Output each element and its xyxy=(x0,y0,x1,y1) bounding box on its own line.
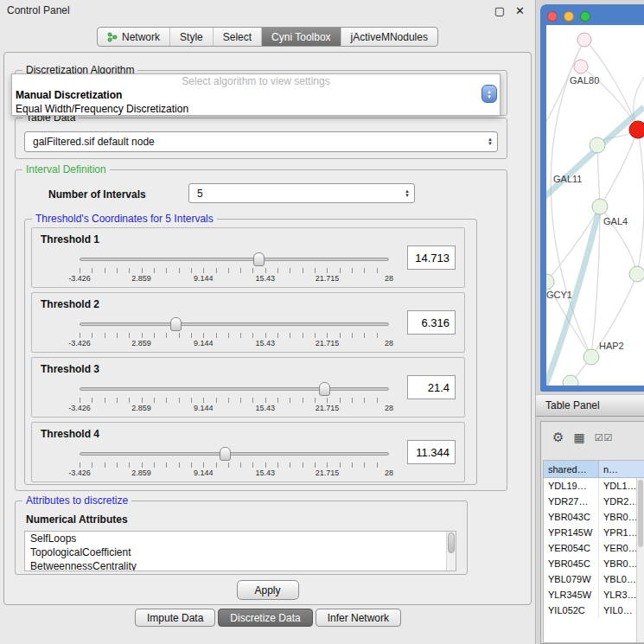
tab-jactivemnodules-label: jActiveMNodules xyxy=(351,31,428,43)
threshold-4-slider[interactable] xyxy=(80,447,389,461)
network-node-label: HAP2 xyxy=(599,341,624,351)
threshold-2-slider-thumb[interactable] xyxy=(170,317,182,331)
tab-network-label: Network xyxy=(122,31,160,43)
table-toolbar: ⚙ ▦ ☑☑ xyxy=(541,422,644,453)
threshold-3-label: Threshold 3 xyxy=(41,363,99,375)
gear-icon[interactable]: ⚙ xyxy=(552,430,564,445)
threshold-4-panel: Threshold 4 -3.4262.859 9.14415.43 21.71… xyxy=(31,422,465,482)
network-node[interactable] xyxy=(574,60,588,73)
table-row[interactable]: YDR27…YDR2… xyxy=(544,494,644,509)
attributes-to-discretize-group: Attributes to discretize Numerical Attri… xyxy=(15,501,468,575)
network-node[interactable] xyxy=(546,274,554,290)
slider-tick-labels: -3.4262.859 9.14415.43 21.71528 xyxy=(80,339,389,348)
algorithm-combobox-stepper[interactable]: ▲ ▼ xyxy=(481,85,497,103)
threshold-2-label: Threshold 2 xyxy=(41,298,99,310)
window-controls xyxy=(547,11,590,22)
network-node-label: GAL11 xyxy=(553,174,582,184)
tab-discretize-data[interactable]: Discretize Data xyxy=(218,609,312,627)
slider-track[interactable] xyxy=(80,322,389,326)
network-node[interactable] xyxy=(590,137,605,153)
network-node[interactable] xyxy=(592,199,608,214)
network-node-label: GAL80 xyxy=(570,75,599,86)
select-checkboxes-icon[interactable]: ☑☑ xyxy=(595,432,614,443)
table-panel-title: Table Panel xyxy=(545,399,600,411)
table-panel-titlebar: Table Panel xyxy=(536,394,644,417)
threshold-1-label: Threshold 1 xyxy=(41,233,99,245)
table-panel: ⚙ ▦ ☑☑ shared… n… YDL19…YDL1… YDR27…YDR2… xyxy=(540,421,644,644)
scrollbar-thumb[interactable] xyxy=(448,532,455,553)
network-canvas[interactable]: GAL80 GAL11 GAL4 GCY1 HAP2 xyxy=(546,25,644,386)
table-data-combobox[interactable]: galFiltered.sif default node ▲▼ xyxy=(24,131,498,152)
table-row[interactable]: YBR045CYBR0… xyxy=(544,556,644,571)
close-window-icon[interactable]: ✕ xyxy=(515,4,525,17)
scrollbar-thumb[interactable] xyxy=(638,480,643,547)
threshold-4-value-field[interactable]: 11.344 xyxy=(407,440,456,464)
threshold-1-slider-thumb[interactable] xyxy=(253,252,265,266)
table-row[interactable]: YIL052CYIL0… xyxy=(544,603,644,618)
bottom-tabbar: Impute Data Discretize Data Infer Networ… xyxy=(0,609,536,627)
tab-infer-network[interactable]: Infer Network xyxy=(316,609,401,627)
table-row[interactable]: YBR043CYBR0… xyxy=(544,509,644,525)
apply-button[interactable]: Apply xyxy=(237,580,299,600)
tab-impute-data[interactable]: Impute Data xyxy=(135,609,215,627)
column-header-shared-name[interactable]: shared… xyxy=(544,461,599,477)
algorithm-option-equal-width[interactable]: Equal Width/Frequency Discretization xyxy=(12,102,500,116)
number-of-intervals-value: 5 xyxy=(197,188,203,200)
slider-ticks xyxy=(80,398,389,403)
threshold-1-value-field[interactable]: 14.713 xyxy=(407,245,456,270)
control-panel-window: Control Panel ▢ ✕ Network Style Se xyxy=(0,0,536,644)
table-header-row: shared… n… xyxy=(544,461,644,478)
tab-select-label: Select xyxy=(223,31,252,43)
table-row[interactable]: YPR145WYPR1… xyxy=(544,525,644,540)
slider-track[interactable] xyxy=(80,452,389,456)
slider-ticks xyxy=(80,268,389,273)
network-node-selected[interactable] xyxy=(629,121,644,138)
list-item[interactable]: BetweennessCentrality xyxy=(25,559,456,571)
tab-style[interactable]: Style xyxy=(170,28,214,46)
list-item[interactable]: TopologicalCoefficient xyxy=(25,545,456,559)
column-header-name[interactable]: n… xyxy=(599,461,644,477)
list-item[interactable]: SelfLoops xyxy=(25,532,456,545)
threshold-1-panel: Threshold 1 -3.4262.859 9.14415.43 21.71… xyxy=(31,227,465,288)
slider-ticks xyxy=(80,333,389,338)
table-row[interactable]: YLR345WYLR3… xyxy=(544,587,644,603)
threshold-2-slider[interactable] xyxy=(80,317,389,331)
slider-track[interactable] xyxy=(80,258,389,261)
numerical-attributes-list: SelfLoops TopologicalCoefficient Between… xyxy=(24,531,456,571)
algorithm-placeholder: Select algorithm to view settings xyxy=(12,74,500,88)
zoom-traffic-light[interactable] xyxy=(580,11,590,22)
threshold-2-value-field[interactable]: 6.316 xyxy=(407,310,456,335)
table-row[interactable]: YBL079WYBL0… xyxy=(544,571,644,587)
threshold-3-slider-thumb[interactable] xyxy=(319,382,330,396)
number-of-intervals-combobox[interactable]: 5 ▲▼ xyxy=(188,183,415,203)
tab-style-label: Style xyxy=(180,31,203,43)
table-scrollbar[interactable] xyxy=(636,478,644,642)
close-traffic-light[interactable] xyxy=(547,11,558,22)
window-title: Control Panel xyxy=(0,4,494,16)
network-node[interactable] xyxy=(577,33,591,47)
columns-icon[interactable]: ▦ xyxy=(573,430,584,444)
threshold-1-slider[interactable] xyxy=(80,252,389,266)
threshold-4-slider-thumb[interactable] xyxy=(220,447,231,461)
attributes-list-scrollbar[interactable] xyxy=(446,532,456,571)
minimize-traffic-light[interactable] xyxy=(564,11,574,22)
network-view-window: GAL80 GAL11 GAL4 GCY1 HAP2 xyxy=(540,4,644,392)
threshold-3-slider[interactable] xyxy=(80,382,389,396)
algorithm-option-manual[interactable]: Manual Discretization xyxy=(12,88,500,102)
tab-jactivemnodules[interactable]: jActiveMNodules xyxy=(341,28,437,46)
algorithm-dropdown-list: Select algorithm to view settings Manual… xyxy=(11,73,501,116)
network-node[interactable] xyxy=(583,349,599,365)
table-row[interactable]: YDL19…YDL1… xyxy=(544,478,644,494)
threshold-3-value-field[interactable]: 21.4 xyxy=(407,375,456,399)
right-region: GAL80 GAL11 GAL4 GCY1 HAP2 Table Panel ⚙… xyxy=(536,0,644,644)
table-row[interactable]: YER054CYER0… xyxy=(544,540,644,556)
tab-select[interactable]: Select xyxy=(214,28,262,46)
tab-network[interactable]: Network xyxy=(98,28,170,46)
table-data-group: Table Data galFiltered.sif default node … xyxy=(15,118,507,159)
tab-cyni-toolbox[interactable]: Cyni Toolbox xyxy=(262,28,341,46)
slider-tick-labels: -3.4262.859 9.14415.43 21.71528 xyxy=(80,274,389,284)
float-window-icon[interactable]: ▢ xyxy=(494,4,505,17)
slider-track[interactable] xyxy=(80,387,389,391)
network-node[interactable] xyxy=(629,266,644,282)
attributes-legend: Attributes to discretize xyxy=(22,494,131,507)
